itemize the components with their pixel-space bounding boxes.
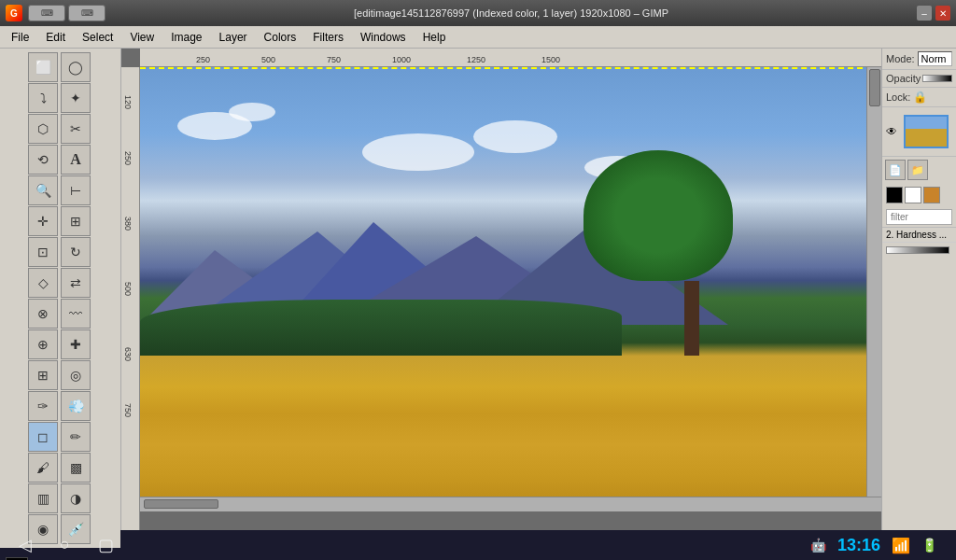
tool-perspective-clone[interactable]: ⊞ (28, 360, 58, 390)
tree-line (140, 300, 622, 356)
menu-bar: File Edit Select View Image Layer Colors… (0, 26, 956, 49)
tool-fuzzy-select[interactable]: ✦ (61, 83, 91, 113)
ruler-mark-v-500: 500 (123, 282, 133, 296)
selection-marquee (140, 67, 881, 70)
ruler-mark-v-250: 250 (123, 151, 133, 165)
menu-filters[interactable]: Filters (305, 29, 351, 46)
android-home-button[interactable]: ○ (60, 535, 70, 555)
new-layer-btn[interactable]: 📄 (885, 160, 906, 180)
tool-color-select[interactable]: ⬡ (28, 114, 58, 144)
tool-measure[interactable]: ⊢ (61, 175, 91, 205)
ruler-mark-v-750: 750 (123, 403, 133, 417)
scrollbar-bottom[interactable] (140, 497, 881, 511)
ruler-mark-250: 250 (196, 55, 210, 64)
tree-canopy (583, 150, 733, 281)
ruler-left: 120 250 380 500 630 750 (121, 67, 140, 530)
keyboard-icon-1: ⌨ (28, 5, 65, 21)
scrollbar-right[interactable] (866, 67, 881, 511)
canvas-image[interactable] (140, 67, 881, 511)
cloud-3 (362, 133, 474, 171)
tool-zoom[interactable]: 🔍 (28, 175, 58, 205)
android-logo-icon: 🤖 (810, 538, 826, 553)
mode-value[interactable]: Norm (918, 51, 952, 66)
menu-colors[interactable]: Colors (257, 29, 304, 46)
tool-warp[interactable]: 〰 (61, 299, 91, 329)
opacity-label: Opacity (886, 73, 921, 84)
opacity-row: Opacity (882, 70, 956, 88)
tool-heal[interactable]: ✚ (61, 329, 91, 359)
tool-perspective[interactable]: ◇ (28, 268, 58, 298)
folder-layer-btn[interactable]: 📁 (907, 160, 928, 180)
tool-scissors[interactable]: ✂ (61, 114, 91, 144)
menu-file[interactable]: File (4, 29, 36, 46)
android-recents-button[interactable]: ▢ (98, 535, 114, 555)
tool-rect-select[interactable]: ⬜ (28, 52, 58, 82)
tool-pencil[interactable]: ✏ (61, 422, 91, 452)
layer-thumbnail[interactable] (904, 115, 949, 148)
tool-paths[interactable]: ⟲ (28, 145, 58, 175)
filter-input[interactable] (886, 209, 952, 225)
canvas-container[interactable] (140, 67, 881, 511)
tool-crop[interactable]: ⊡ (28, 237, 58, 267)
ruler-mark-1500: 1500 (541, 55, 560, 64)
tool-grid: ⬜ ◯ ⤵ ✦ ⬡ ✂ ⟲ A 🔍 ⊢ ✛ ⊞ ⊡ ↻ ◇ ⇄ ⊗ 〰 ⊕ ✚ … (0, 49, 120, 548)
scrollbar-bottom-thumb[interactable] (144, 499, 218, 509)
tool-lasso[interactable]: ⤵ (28, 83, 58, 113)
main-area: ⬜ ◯ ⤵ ✦ ⬡ ✂ ⟲ A 🔍 ⊢ ✛ ⊞ ⊡ ↻ ◇ ⇄ ⊗ 〰 ⊕ ✚ … (0, 49, 956, 530)
tool-ellipse-select[interactable]: ◯ (61, 52, 91, 82)
canvas-area[interactable]: 250 500 750 1000 1250 1500 120 250 380 5… (121, 49, 881, 530)
tool-rotate[interactable]: ↻ (61, 237, 91, 267)
cloud-2 (229, 103, 275, 121)
filter-row (882, 207, 956, 228)
android-nav-buttons: ◁ ○ ▢ (19, 535, 114, 555)
swatch-brown[interactable] (923, 187, 940, 203)
swatch-black[interactable] (886, 187, 903, 203)
mode-label: Mode: (886, 53, 915, 64)
layer-actions: 📄 📁 (882, 157, 956, 183)
ruler-mark-500: 500 (261, 55, 275, 64)
swatch-white[interactable] (905, 187, 921, 203)
opacity-slider[interactable] (922, 75, 952, 82)
menu-windows[interactable]: Windows (353, 29, 414, 46)
close-button[interactable]: ✕ (935, 6, 950, 21)
tool-text[interactable]: A (61, 145, 91, 175)
menu-help[interactable]: Help (415, 29, 454, 46)
android-status-area: 🤖 13:16 📶 🔋 (810, 536, 937, 555)
android-back-button[interactable]: ◁ (19, 535, 32, 555)
layer-visibility-icon[interactable]: 👁 (886, 125, 897, 138)
battery-icon: 🔋 (921, 538, 937, 553)
tool-paintbrush[interactable]: 🖌 (28, 453, 58, 483)
hardness-item[interactable]: 2. Hardness ... (882, 228, 956, 243)
tool-move[interactable]: ✛ (28, 206, 58, 236)
menu-edit[interactable]: Edit (38, 29, 73, 46)
ruler-top: 250 500 750 1000 1250 1500 (140, 49, 881, 67)
menu-select[interactable]: Select (75, 29, 120, 46)
tool-eraser[interactable]: ◻ (28, 422, 58, 452)
hardness-slider[interactable] (886, 246, 949, 254)
tool-flip[interactable]: ⇄ (61, 268, 91, 298)
tool-cage[interactable]: ⊗ (28, 299, 58, 329)
lock-label: Lock: (886, 91, 910, 103)
lock-icon[interactable]: 🔒 (913, 91, 927, 104)
ruler-mark-v-120: 120 (123, 95, 133, 109)
tool-ink[interactable]: ✑ (28, 391, 58, 421)
tool-dodge[interactable]: ◑ (61, 483, 91, 513)
android-bar: ◁ ○ ▢ 🤖 13:16 📶 🔋 (0, 530, 956, 560)
keyboard-icon-2: ⌨ (68, 5, 105, 21)
layer-row: 👁 (882, 107, 956, 157)
tool-bucket[interactable]: ▩ (61, 453, 91, 483)
tool-gradient[interactable]: ▥ (28, 483, 58, 513)
mode-row: Mode: Norm (882, 49, 956, 70)
menu-layer[interactable]: Layer (212, 29, 255, 46)
tool-blur[interactable]: ◎ (61, 360, 91, 390)
tool-airbrush[interactable]: 💨 (61, 391, 91, 421)
menu-view[interactable]: View (122, 29, 162, 46)
menu-image[interactable]: Image (163, 29, 209, 46)
hardness-slider-row (882, 243, 956, 258)
layers-panel: Mode: Norm Opacity Lock: 🔒 👁 📄 📁 (882, 49, 956, 530)
tool-clone[interactable]: ⊕ (28, 329, 58, 359)
tool-align[interactable]: ⊞ (61, 206, 91, 236)
minimize-button[interactable]: – (917, 6, 932, 21)
window-title: [editimage145112876997 (Indexed color, 1… (105, 7, 917, 19)
scrollbar-right-thumb[interactable] (869, 69, 880, 106)
